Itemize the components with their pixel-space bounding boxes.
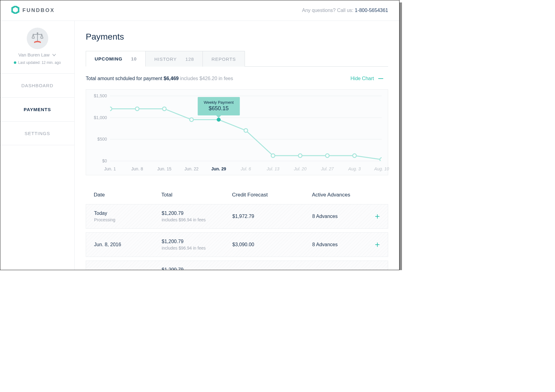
svg-point-3	[37, 33, 38, 34]
expand-row-button[interactable]: +	[375, 212, 380, 221]
cell-advances: 8 Advances	[312, 214, 361, 219]
nav-label: PAYMENTS	[24, 107, 51, 112]
chart-y-tick: $1,500	[90, 93, 107, 98]
chart-point[interactable]	[298, 154, 302, 157]
expand-row-button[interactable]: +	[375, 240, 380, 249]
chart-x-tick: Jun. 8	[131, 166, 143, 171]
table-row[interactable]: Jun. 15, 2016$1,200.79includes $96.94 in…	[86, 261, 388, 270]
cell-total-sub: includes $96.94 in fees	[162, 246, 232, 250]
chart-y-tick: $500	[90, 137, 107, 142]
chart-x-tick: Jul. 20	[294, 166, 306, 171]
hide-chart-label: Hide Chart	[351, 76, 374, 81]
chart-x-tick: Jun. 1	[104, 166, 116, 171]
cell-date: Jun. 8, 2016	[94, 242, 162, 247]
topbar: FUNDBOX Any questions? Call us: 1-800-56…	[0, 0, 399, 21]
chart-y-tick: $0	[90, 158, 107, 163]
tab-label: REPORTS	[211, 56, 236, 62]
help-text: Any questions? Call us: 1-800-5654361	[302, 8, 388, 13]
col-forecast: Credit Forecast	[232, 192, 312, 198]
col-date: Date	[94, 192, 161, 198]
summary-fees: includes $426.20 in fees	[179, 76, 233, 81]
account-avatar[interactable]	[27, 28, 48, 49]
table-header: Date Total Credit Forecast Active Advanc…	[86, 186, 388, 204]
chart-x-tick: Jun. 15	[157, 166, 171, 171]
chart-point[interactable]	[380, 158, 382, 161]
nav-item-payments[interactable]: PAYMENTS	[0, 97, 74, 121]
chart-point[interactable]	[135, 107, 139, 111]
chart-point[interactable]	[244, 129, 248, 132]
logo-icon	[11, 6, 19, 15]
cell-total: $1,200.79	[162, 211, 232, 216]
summary-row: Total amount schduled for payment $6,469…	[86, 67, 388, 89]
main: Payments UPCOMING 10 HISTORY 128 REPORTS	[75, 21, 399, 270]
tab-label: HISTORY	[154, 56, 177, 62]
nav-label: DASHBOARD	[21, 83, 53, 88]
account-name: Van Buren Law	[18, 52, 49, 57]
tab-count: 10	[131, 56, 137, 61]
payments-table: Date Total Credit Forecast Active Advanc…	[86, 186, 388, 270]
chart-svg	[110, 96, 382, 161]
account-switcher[interactable]: Van Buren Law	[18, 52, 56, 57]
app-window: FUNDBOX Any questions? Call us: 1-800-56…	[0, 0, 400, 270]
chart-point[interactable]	[110, 107, 112, 111]
nav-item-settings[interactable]: SETTINGS	[0, 121, 74, 145]
help-prefix: Any questions? Call us:	[302, 8, 355, 13]
minus-icon	[378, 78, 383, 79]
tab-count: 128	[185, 56, 194, 62]
tab-label: UPCOMING	[95, 56, 123, 61]
status-text: Last updated: 12 min. ago	[18, 60, 61, 65]
chart-x-tick: Jul. 6	[241, 166, 251, 171]
chart-point[interactable]	[163, 107, 166, 111]
chart-gridline	[110, 161, 382, 161]
brand-name: FUNDBOX	[22, 7, 55, 14]
table-row[interactable]: Jun. 8, 2016$1,200.79includes $96.94 in …	[86, 232, 388, 257]
cell-total-sub: includes $96.94 in fees	[162, 217, 232, 222]
cell-total: $1,200.79	[162, 267, 232, 270]
page-title: Payments	[86, 32, 388, 42]
tabs: UPCOMING 10 HISTORY 128 REPORTS	[86, 51, 388, 67]
nav: DASHBOARD PAYMENTS SETTINGS	[0, 73, 74, 145]
hide-chart-toggle[interactable]: Hide Chart	[346, 73, 388, 84]
cell-advances: 8 Advances	[312, 242, 361, 247]
tab-reports[interactable]: REPORTS	[203, 51, 245, 67]
brand[interactable]: FUNDBOX	[11, 6, 55, 15]
chart-point[interactable]	[271, 154, 275, 157]
nav-item-dashboard[interactable]: DASHBOARD	[0, 73, 74, 97]
cell-forecast: $3,090.00	[232, 242, 312, 247]
payments-chart[interactable]: Weekly Payment $650.15 $1,500$1,000$500$…	[86, 89, 388, 175]
chart-y-tick: $1,000	[90, 115, 107, 120]
svg-marker-0	[12, 6, 19, 14]
chart-x-tick: Aug. 10	[374, 166, 389, 171]
sync-status: Last updated: 12 min. ago	[14, 60, 61, 65]
expand-row-button[interactable]: +	[375, 269, 380, 270]
chart-point[interactable]	[217, 118, 221, 122]
summary-text: Total amount schduled for payment $6,469…	[86, 76, 233, 81]
status-dot-icon	[14, 61, 16, 64]
scales-icon	[30, 31, 45, 45]
chart-point[interactable]	[190, 118, 193, 122]
chart-point[interactable]	[353, 154, 356, 157]
chart-x-tick: Jul. 13	[267, 166, 279, 171]
cell-date-sub: Processing	[94, 217, 162, 222]
summary-prefix: Total amount schduled for payment	[86, 76, 163, 81]
chart-x-tick: Aug. 3	[348, 166, 360, 171]
tab-upcoming[interactable]: UPCOMING 10	[86, 51, 146, 67]
table-row[interactable]: TodayProcessing$1,200.79includes $96.94 …	[86, 204, 388, 229]
col-advances: Active Advances	[312, 192, 362, 198]
chart-x-tick: Jul. 27	[321, 166, 334, 171]
help-phone[interactable]: 1-800-5654361	[355, 8, 388, 13]
chart-x-tick: Jun. 22	[184, 166, 199, 171]
tab-history[interactable]: HISTORY 128	[146, 51, 203, 67]
chevron-down-icon	[52, 53, 56, 57]
chart-x-tick: Jun. 29	[211, 166, 226, 171]
chart-point[interactable]	[325, 154, 329, 157]
col-total: Total	[161, 192, 232, 198]
cell-total: $1,200.79	[162, 239, 232, 244]
sidebar: Van Buren Law Last updated: 12 min. ago …	[0, 21, 75, 270]
nav-label: SETTINGS	[25, 131, 50, 136]
summary-amount: $6,469	[163, 76, 179, 81]
cell-forecast: $1,972.79	[232, 214, 312, 219]
cell-date: Today	[94, 211, 162, 216]
